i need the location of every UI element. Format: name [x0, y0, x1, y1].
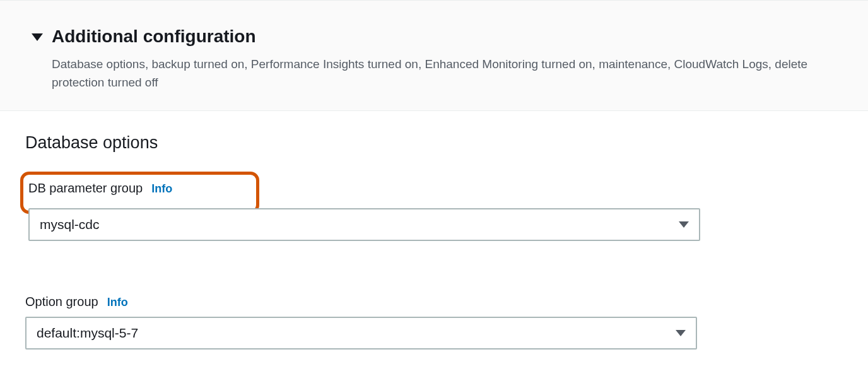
option-group-info-link[interactable]: Info: [107, 296, 128, 309]
option-group-value: default:mysql-5-7: [37, 326, 138, 341]
additional-configuration-header: Additional configuration Database option…: [0, 0, 868, 111]
database-options-section: Database options DB parameter group Info…: [0, 111, 868, 376]
db-parameter-group-highlight: DB parameter group Info mysql-cdc: [20, 172, 259, 214]
caret-down-icon: [32, 33, 43, 41]
option-group-label: Option group: [25, 295, 98, 309]
expandable-header-row[interactable]: Additional configuration Database option…: [32, 26, 843, 91]
option-group-field: Option group Info default:mysql-5-7: [25, 295, 868, 350]
db-parameter-group-label: DB parameter group: [28, 181, 143, 196]
additional-configuration-description: Database options, backup turned on, Perf…: [52, 55, 809, 92]
db-parameter-group-field: DB parameter group Info mysql-cdc: [25, 172, 868, 277]
database-options-title: Database options: [25, 133, 868, 153]
db-parameter-group-info-link[interactable]: Info: [151, 182, 172, 196]
db-parameter-group-select[interactable]: mysql-cdc: [28, 208, 700, 241]
additional-configuration-title: Additional configuration: [52, 26, 843, 47]
db-parameter-group-value: mysql-cdc: [40, 217, 100, 232]
option-group-select[interactable]: default:mysql-5-7: [25, 317, 697, 350]
